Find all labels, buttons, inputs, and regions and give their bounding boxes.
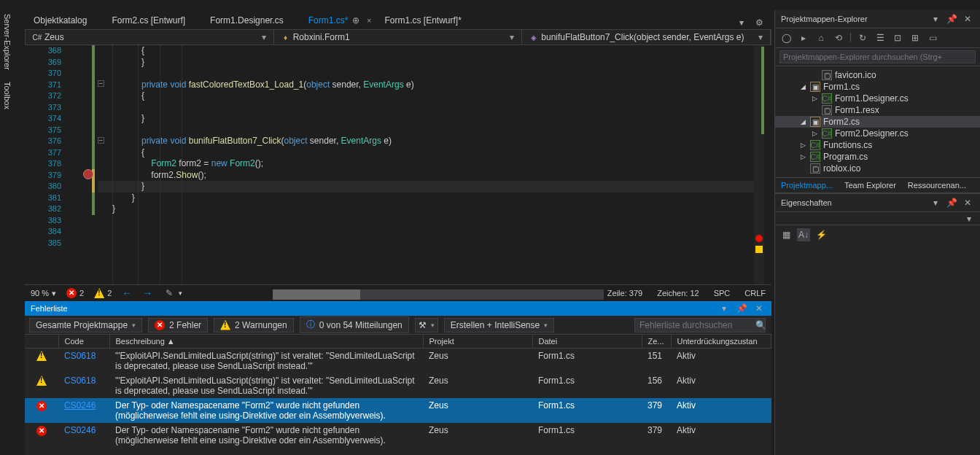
chevron-down-icon[interactable]: ▾: [962, 212, 976, 225]
close-icon[interactable]: ×: [367, 16, 371, 25]
close-icon[interactable]: ✕: [752, 302, 766, 315]
error-code[interactable]: CS0618: [64, 351, 96, 361]
expand-icon[interactable]: [810, 95, 819, 102]
back-icon[interactable]: ◯: [779, 31, 793, 44]
error-row[interactable]: CS0618'"ExploitAPI.SendLimitedLuaScript(…: [25, 349, 771, 374]
close-icon[interactable]: ✕: [961, 12, 974, 26]
error-gutter-icon[interactable]: [83, 169, 93, 179]
dropdown-icon[interactable]: ▾: [718, 302, 731, 315]
error-col-header[interactable]: Datei: [532, 335, 642, 349]
nav-class[interactable]: ♦ Robxini.Form1 ▾: [274, 30, 523, 44]
scope-filter[interactable]: Gesamte Projektmappe▾: [29, 318, 142, 332]
error-code[interactable]: CS0618: [64, 376, 96, 386]
nav-back-icon[interactable]: ←: [122, 287, 132, 299]
nav-forward-icon[interactable]: →: [142, 287, 152, 299]
nav-project[interactable]: C# Zeus ▾: [26, 30, 274, 44]
expand-icon[interactable]: [798, 153, 807, 160]
tree-item[interactable]: C#Functions.cs: [775, 139, 980, 151]
forward-icon[interactable]: ▸: [797, 31, 810, 44]
home-icon[interactable]: ⌂: [814, 31, 828, 44]
expand-icon[interactable]: [798, 141, 807, 149]
error-code[interactable]: CS0246: [64, 425, 96, 435]
minimap-scrollbar[interactable]: [754, 45, 764, 284]
collapse-icon[interactable]: [798, 83, 807, 90]
horizontal-scrollbar[interactable]: [273, 289, 604, 301]
tree-item[interactable]: ▣Form2.cs: [775, 116, 980, 128]
collapse-icon[interactable]: [798, 118, 807, 125]
search-icon[interactable]: 🔍: [754, 319, 767, 332]
pin-icon[interactable]: 📌: [945, 12, 958, 26]
tree-item[interactable]: ▢favicon.ico: [775, 69, 980, 81]
tab-form1-cs[interactable]: Form1.cs*⊕×: [300, 12, 376, 29]
error-col-header[interactable]: Code: [58, 335, 109, 349]
expand-icon[interactable]: [810, 130, 819, 137]
filter-warnings[interactable]: 2 Warnungen: [214, 318, 294, 332]
error-row[interactable]: ✕CS0246Der Typ- oder Namespacename "Form…: [25, 398, 771, 423]
pen-icon[interactable]: ✎: [163, 287, 176, 300]
dropdown-icon[interactable]: ▾: [929, 12, 942, 26]
tab-objektkatalog[interactable]: Objektkatalog: [25, 12, 103, 29]
code-content[interactable]: { } private void fastColoredTextBox1_Loa…: [112, 45, 757, 249]
tree-item[interactable]: ▢roblox.ico: [775, 163, 980, 174]
fold-icon[interactable]: −: [98, 137, 104, 144]
solution-search-input[interactable]: [779, 50, 976, 63]
error-search[interactable]: [634, 318, 766, 332]
warn-marker-icon[interactable]: [755, 246, 763, 253]
close-icon[interactable]: ✕: [961, 196, 974, 209]
fold-icon[interactable]: −: [98, 80, 104, 87]
filter-errors[interactable]: ✕2 Fehler: [148, 318, 208, 332]
filter-messages[interactable]: ⓘ0 von 54 Mitteilungen: [300, 316, 409, 333]
warning-count[interactable]: 2: [94, 288, 112, 298]
pin-icon[interactable]: 📌: [735, 302, 748, 315]
alphabetical-icon[interactable]: A↓: [797, 228, 810, 241]
sync-icon[interactable]: ⟲: [832, 31, 845, 44]
show-all-icon[interactable]: ⊡: [891, 31, 904, 44]
side-tab-toolbox[interactable]: Toolbox: [0, 76, 15, 115]
error-search-input[interactable]: [634, 318, 766, 332]
solution-explorer-title[interactable]: Projektmappen-Explorer ▾ 📌 ✕: [775, 10, 980, 28]
properties-title[interactable]: Eigenschaften ▾ 📌 ✕: [775, 194, 980, 212]
tree-item[interactable]: C#Form2.Designer.cs: [775, 128, 980, 139]
error-col-header[interactable]: Beschreibung ▲: [109, 335, 423, 349]
error-count[interactable]: ✕ 2: [66, 288, 84, 298]
error-code[interactable]: CS0246: [64, 400, 96, 411]
side-tab-server-explorer[interactable]: Server-Explorer: [0, 8, 15, 76]
overflow-icon[interactable]: ▾: [735, 16, 748, 29]
categorized-icon[interactable]: ▦: [779, 228, 793, 241]
pin-icon[interactable]: 📌: [945, 196, 958, 209]
tab-team-explorer[interactable]: Team Explorer: [839, 178, 902, 192]
code-editor[interactable]: 3683693703713723733743753763773783793803…: [25, 45, 771, 284]
error-col-header[interactable]: Unterdrückungszustan: [671, 335, 771, 349]
build-filter[interactable]: Erstellen + IntelliSense▾: [444, 318, 554, 332]
error-col-header[interactable]: Projekt: [423, 335, 532, 349]
tab-form1-designer[interactable]: Form1.Designer.cs: [201, 12, 300, 29]
error-list-title[interactable]: Fehlerliste ▾ 📌 ✕: [25, 301, 771, 316]
tab-ressourcen[interactable]: Ressourcenan...: [902, 178, 972, 192]
dropdown-icon[interactable]: ▾: [929, 196, 942, 209]
pin-icon[interactable]: ⊕: [352, 15, 359, 26]
build-errors-toggle[interactable]: ⚒▾: [415, 318, 438, 332]
tab-projektmappe[interactable]: Projektmapp...: [775, 178, 839, 192]
tree-item[interactable]: C#Program.cs: [775, 151, 980, 163]
tab-form2-design[interactable]: Form2.cs [Entwurf]: [103, 12, 201, 29]
tree-item[interactable]: ▣Form1.cs: [775, 81, 980, 93]
tree-label: favicon.ico: [835, 70, 876, 80]
nav-member[interactable]: ◈ bunifuFlatButton7_Click(object sender,…: [522, 30, 771, 44]
properties-grid[interactable]: [775, 244, 980, 434]
tree-item[interactable]: ▢Form1.resx: [775, 104, 980, 116]
error-row[interactable]: CS0618'"ExploitAPI.SendLimitedLuaScript(…: [25, 373, 771, 398]
error-marker-icon[interactable]: [755, 235, 763, 242]
error-row[interactable]: ✕CS0246Der Typ- oder Namespacename "Form…: [25, 423, 771, 448]
refresh-icon[interactable]: ↻: [856, 31, 869, 44]
tab-form1-design[interactable]: Form1.cs [Entwurf]*: [376, 12, 477, 29]
preview-icon[interactable]: ▭: [926, 31, 939, 44]
error-col-header[interactable]: Ze...: [642, 335, 671, 349]
properties-icon[interactable]: ⊞: [909, 31, 922, 44]
error-col-header[interactable]: [25, 335, 58, 349]
collapse-icon[interactable]: ☰: [874, 31, 887, 44]
tree-item[interactable]: C#Form1.Designer.cs: [775, 93, 980, 104]
gear-icon[interactable]: ⚙: [752, 16, 766, 29]
events-icon[interactable]: ⚡: [814, 228, 828, 241]
solution-tree[interactable]: ▢favicon.ico▣Form1.csC#Form1.Designer.cs…: [775, 66, 980, 177]
zoom-level[interactable]: 90 % ▾: [31, 289, 56, 298]
